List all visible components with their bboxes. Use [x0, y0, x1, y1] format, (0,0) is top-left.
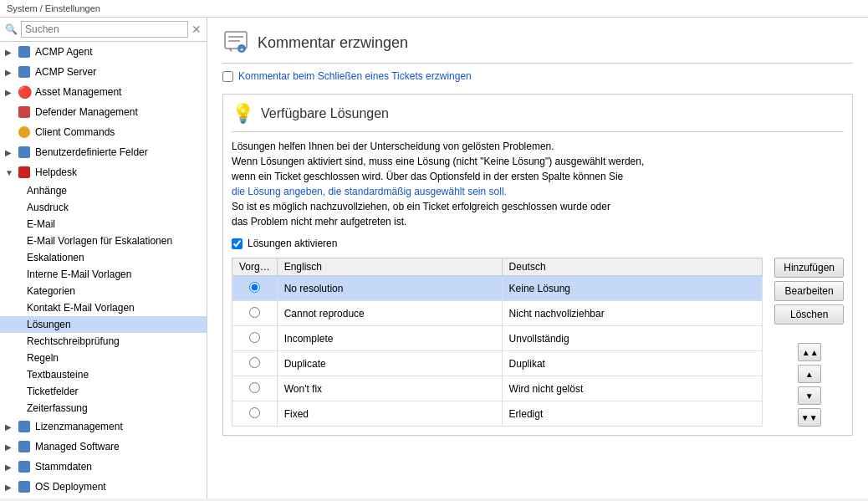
- radio-cell[interactable]: [232, 351, 278, 376]
- sidebar-item-label: Regeln: [27, 352, 59, 364]
- desc-line1: Lösungen helfen Ihnen bei der Unterschei…: [232, 141, 554, 152]
- table-row[interactable]: Fixed Erledigt: [232, 401, 763, 427]
- search-input[interactable]: [21, 21, 188, 38]
- english-cell: Won't fix: [277, 376, 502, 401]
- sidebar-item-asset-mgmt[interactable]: ▶ 🔴 Asset Management: [0, 82, 207, 102]
- table-header-row: Vorg… Englisch Deutsch: [232, 258, 763, 276]
- sidebar-item-regeln[interactable]: Regeln: [0, 350, 207, 366]
- sidebar-item-managed-software[interactable]: ▶ Managed Software: [0, 437, 207, 457]
- server-icon: [17, 64, 32, 79]
- sidebar-item-eskalationen[interactable]: Eskalationen: [0, 249, 207, 266]
- sidebar-item-stammdaten[interactable]: ▶ Stammdaten: [0, 457, 207, 477]
- radio-cell[interactable]: [232, 401, 278, 427]
- sidebar-item-loesungen[interactable]: Lösungen: [0, 316, 207, 333]
- sidebar-item-ausdruck[interactable]: Ausdruck: [0, 199, 207, 216]
- sidebar-item-label: Eskalationen: [27, 252, 84, 263]
- solutions-table: Vorg… Englisch Deutsch No resolution Kei…: [232, 258, 763, 427]
- move-top-button[interactable]: ▲▲: [798, 343, 821, 361]
- table-row[interactable]: Duplicate Duplikat: [232, 351, 763, 376]
- table-row[interactable]: Cannot reproduce Nicht nachvollziehbar: [232, 301, 763, 326]
- solutions-title: Verfügbare Lösungen: [261, 106, 389, 121]
- chevron-icon: ▶: [5, 148, 17, 157]
- sidebar-item-label: Managed Software: [35, 441, 120, 452]
- main-buttons: Hinzufügen Bearbeiten Löschen: [774, 258, 844, 325]
- monitor-icon: [17, 44, 32, 59]
- sidebar-item-helpdesk[interactable]: ▼ Helpdesk: [0, 162, 207, 182]
- os-icon: [17, 479, 32, 494]
- sidebar-item-acmp-server[interactable]: ▶ ACMP Server: [0, 62, 207, 82]
- solution-radio[interactable]: [249, 307, 260, 318]
- sidebar-item-email[interactable]: E-Mail: [0, 216, 207, 233]
- desc-line6: das Problem nicht mehr aufgetreten ist.: [232, 216, 406, 227]
- sidebar-item-label: Kategorien: [27, 285, 75, 297]
- deutsch-cell: Duplikat: [502, 351, 763, 376]
- radio-cell[interactable]: [232, 301, 278, 326]
- delete-button[interactable]: Löschen: [774, 304, 844, 325]
- edit-button[interactable]: Bearbeiten: [774, 281, 844, 301]
- table-row[interactable]: Incomplete Unvollständig: [232, 326, 763, 351]
- sidebar-item-email-eskalationen[interactable]: E-Mail Vorlagen für Eskalationen: [0, 233, 207, 249]
- sidebar-item-os-deployment[interactable]: ▶ OS Deployment: [0, 477, 207, 497]
- radio-cell[interactable]: [232, 276, 278, 301]
- english-cell: Cannot reproduce: [277, 301, 502, 326]
- sidebar-item-label: Rechtschreibprüfung: [27, 335, 120, 347]
- add-button[interactable]: Hinzufügen: [774, 258, 844, 278]
- solution-radio[interactable]: [249, 407, 260, 418]
- solution-radio[interactable]: [249, 357, 260, 368]
- sidebar-item-interne-email[interactable]: Interne E-Mail Vorlagen: [0, 266, 207, 283]
- search-bar: 🔍 ✕: [0, 18, 207, 42]
- chevron-down-icon: ▼: [5, 168, 17, 177]
- solution-radio[interactable]: [249, 282, 260, 293]
- table-row[interactable]: No resolution Keine Lösung: [232, 276, 763, 301]
- chevron-icon: ▶: [5, 463, 17, 472]
- sidebar-item-lizenzmanagement[interactable]: ▶ Lizenzmanagement: [0, 417, 207, 437]
- solutions-section: 💡 Verfügbare Lösungen Lösungen helfen Ih…: [222, 94, 853, 436]
- desc-line5: So ist es möglich nachzuvollziehen, ob e…: [232, 201, 610, 212]
- sidebar-item-label: Ausdruck: [27, 202, 69, 213]
- sidebar-item-benutzer-felder[interactable]: ▶ Benutzerdefinierte Felder: [0, 142, 207, 162]
- sidebar-item-label: Anhänge: [27, 185, 67, 197]
- sidebar-item-anhaenge[interactable]: Anhänge: [0, 182, 207, 199]
- arrow-buttons: ▲▲ ▲ ▼ ▼▼: [774, 343, 844, 427]
- radio-cell[interactable]: [232, 376, 278, 401]
- sidebar-item-kategorien[interactable]: Kategorien: [0, 283, 207, 299]
- sidebar-item-rechtschreibpruefung[interactable]: Rechtschreibprüfung: [0, 333, 207, 350]
- sidebar-item-kontakt-email[interactable]: Kontakt E-Mail Vorlagen: [0, 299, 207, 316]
- radio-cell[interactable]: [232, 326, 278, 351]
- solution-radio[interactable]: [249, 382, 260, 393]
- main-content: + Kommentar erzwingen Kommentar beim Sch…: [207, 18, 868, 498]
- bulb-icon: 💡: [232, 103, 254, 125]
- sidebar-item-zeiterfassung[interactable]: Zeiterfassung: [0, 400, 207, 417]
- client-icon: [17, 125, 32, 140]
- sidebar-item-ticketfelder[interactable]: Ticketfelder: [0, 383, 207, 400]
- chevron-icon: ▶: [5, 442, 17, 452]
- comment-checkbox[interactable]: [222, 71, 233, 82]
- move-up-button[interactable]: ▲: [798, 365, 821, 383]
- chevron-spacer: ▶: [5, 108, 17, 117]
- solution-radio[interactable]: [249, 332, 260, 343]
- sidebar-item-acmp-agent[interactable]: ▶ ACMP Agent: [0, 42, 207, 62]
- move-bottom-button[interactable]: ▼▼: [798, 408, 821, 427]
- managed-icon: [17, 439, 32, 454]
- move-down-button[interactable]: ▼: [798, 386, 821, 405]
- chevron-icon: ▶: [5, 422, 17, 432]
- solutions-description: Lösungen helfen Ihnen bei der Unterschei…: [232, 139, 844, 229]
- table-row[interactable]: Won't fix Wird nicht gelöst: [232, 376, 763, 401]
- sidebar-item-defender[interactable]: ▶ Defender Management: [0, 102, 207, 122]
- sidebar-item-web-interface[interactable]: ▶ Web Interface: [0, 497, 207, 498]
- sidebar-item-label: Stammdaten: [35, 461, 92, 473]
- sidebar-item-client-commands[interactable]: ▶ Client Commands: [0, 122, 207, 142]
- search-clear-button[interactable]: ✕: [191, 23, 202, 35]
- sidebar-item-textbausteine[interactable]: Textbausteine: [0, 366, 207, 383]
- deutsch-cell: Unvollständig: [502, 326, 763, 351]
- fields-icon: [17, 145, 32, 160]
- comment-checkbox-label[interactable]: Kommentar beim Schließen eines Tickets e…: [238, 70, 472, 82]
- deutsch-cell: Wird nicht gelöst: [502, 376, 763, 401]
- activate-label[interactable]: Lösungen aktivieren: [248, 238, 337, 249]
- activate-checkbox[interactable]: [232, 238, 243, 249]
- sidebar-item-label: Defender Management: [35, 106, 138, 118]
- sidebar-item-label: Ticketfelder: [27, 386, 79, 397]
- comment-icon: +: [222, 29, 249, 56]
- title-text: System / Einstellungen: [7, 3, 100, 13]
- deutsch-cell: Nicht nachvollziehbar: [502, 301, 763, 326]
